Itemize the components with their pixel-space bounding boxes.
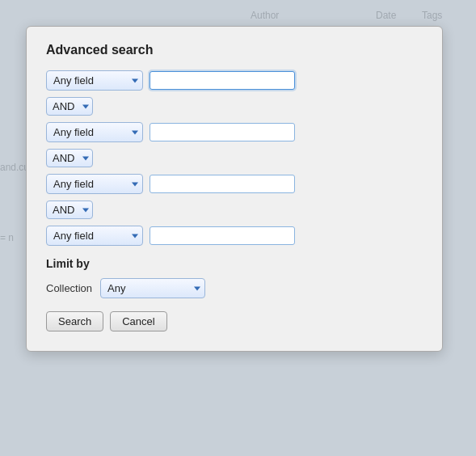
field-select-2[interactable]: Any field Title Author Subject ISBN Publ…	[46, 122, 143, 142]
field-select-1[interactable]: Any field Title Author Subject ISBN Publ…	[46, 70, 143, 91]
field-select-wrapper-1: Any field Title Author Subject ISBN Publ…	[46, 70, 143, 91]
bg-author-label: Author	[251, 10, 279, 21]
search-input-2[interactable]	[150, 123, 295, 141]
search-input-4[interactable]	[150, 226, 295, 245]
bg-left2-label: = n	[0, 232, 14, 243]
search-row-1: Any field Title Author Subject ISBN Publ…	[46, 70, 423, 91]
operator-wrapper-1: AND OR NOT	[46, 97, 93, 116]
operator-wrapper-3: AND OR NOT	[46, 201, 93, 219]
collection-wrapper: Any Books Articles Journals	[100, 278, 205, 298]
field-select-wrapper-3: Any field Title Author Subject ISBN Publ…	[46, 174, 143, 194]
limit-row: Collection Any Books Articles Journals	[46, 278, 423, 298]
cancel-button[interactable]: Cancel	[110, 311, 166, 331]
limit-section-label: Limit by	[46, 257, 423, 270]
bg-left1-label: and.cu	[0, 162, 29, 173]
field-select-4[interactable]: Any field Title Author Subject ISBN Publ…	[46, 226, 143, 246]
operator-select-3[interactable]: AND OR NOT	[46, 201, 93, 219]
dialog-title: Advanced search	[46, 43, 423, 57]
search-input-1[interactable]	[150, 71, 295, 90]
field-select-wrapper-4: Any field Title Author Subject ISBN Publ…	[46, 226, 143, 246]
search-row-2: Any field Title Author Subject ISBN Publ…	[46, 122, 423, 142]
collection-label: Collection	[46, 282, 92, 294]
search-input-3[interactable]	[150, 175, 295, 193]
bg-date-label: Date	[376, 10, 396, 21]
search-row-3: Any field Title Author Subject ISBN Publ…	[46, 174, 423, 194]
search-button[interactable]: Search	[46, 311, 103, 331]
search-row-4: Any field Title Author Subject ISBN Publ…	[46, 226, 423, 246]
collection-select[interactable]: Any Books Articles Journals	[100, 278, 205, 298]
operator-wrapper-2: AND OR NOT	[46, 149, 93, 167]
advanced-search-dialog: Advanced search Any field Title Author S…	[26, 26, 443, 352]
operator-row-2: AND OR NOT	[46, 149, 423, 167]
operator-row-1: AND OR NOT	[46, 97, 423, 116]
field-select-wrapper-2: Any field Title Author Subject ISBN Publ…	[46, 122, 143, 142]
operator-select-1[interactable]: AND OR NOT	[46, 97, 93, 116]
bg-tags-label: Tags	[422, 10, 442, 21]
button-row: Search Cancel	[46, 311, 423, 331]
field-select-3[interactable]: Any field Title Author Subject ISBN Publ…	[46, 174, 143, 194]
operator-select-2[interactable]: AND OR NOT	[46, 149, 93, 167]
operator-row-3: AND OR NOT	[46, 201, 423, 219]
